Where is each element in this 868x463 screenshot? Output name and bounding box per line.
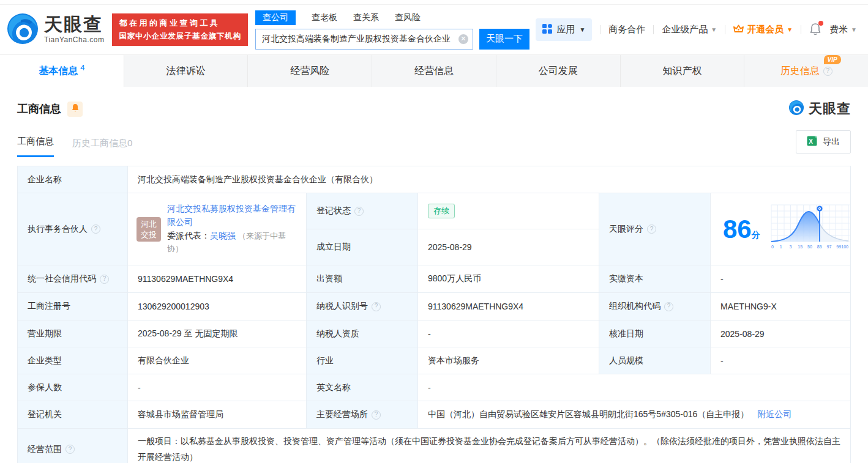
tab-risk-label: 经营风险 bbox=[290, 65, 329, 78]
field-label-business-scope: 经营范围 ? bbox=[18, 429, 128, 463]
subtab-history-business-info[interactable]: 历史工商信息0 bbox=[72, 138, 132, 157]
brand-name: 天眼查 bbox=[44, 15, 104, 34]
svg-text:50: 50 bbox=[807, 245, 812, 249]
chevron-down-icon: ▼ bbox=[851, 26, 857, 33]
partner-company-link[interactable]: 河北交投私募股权投资基金管理有限公司 bbox=[167, 204, 296, 227]
help-icon[interactable]: ? bbox=[354, 207, 364, 216]
tab-operation-risk[interactable]: 经营风险 bbox=[247, 55, 372, 87]
nav-user-menu[interactable]: 费米 ▼ bbox=[829, 24, 857, 35]
search-tab-risk[interactable]: 查风险 bbox=[395, 10, 421, 25]
export-button[interactable]: X 导出 bbox=[796, 130, 851, 154]
brand-logo[interactable]: 天眼查 TianYanCha.com bbox=[6, 12, 104, 48]
search-input[interactable] bbox=[255, 29, 473, 50]
tab-intellectual-property[interactable]: 知识产权 bbox=[620, 55, 744, 87]
company-page-tabs: 基本信息 4 法律诉讼 经营风险 经营信息 公司发展 知识产权 历史信息 ? V… bbox=[0, 54, 868, 87]
field-value-approval-date: 2025-08-29 bbox=[711, 320, 851, 347]
svg-text:1: 1 bbox=[779, 245, 782, 249]
score-value: 86分 bbox=[723, 217, 760, 242]
field-value-tianyan-score: 86分 bbox=[711, 193, 851, 265]
tab-history-info[interactable]: 历史信息 ? VIP bbox=[744, 55, 868, 87]
clear-search-icon[interactable]: ✕ bbox=[458, 34, 468, 44]
partner-company-avatar[interactable]: 河北交投 bbox=[137, 217, 161, 242]
field-value-taxpayer-id: 91130629MAETHNG9X4 bbox=[418, 293, 599, 320]
field-label-taxpayer-id: 纳税人识别号 ? bbox=[307, 293, 418, 320]
divider bbox=[653, 25, 654, 34]
help-icon[interactable]: ? bbox=[664, 302, 673, 311]
search-button[interactable]: 天眼一下 bbox=[479, 29, 529, 50]
field-label-credit-code: 统一社会信用代码 ? bbox=[18, 265, 128, 293]
slogan-line2: 国家中小企业发展子基金旗下机构 bbox=[119, 31, 241, 42]
tab-history-label: 历史信息 bbox=[780, 65, 820, 78]
field-value-taxpayer-quality: - bbox=[418, 320, 599, 347]
address-text: 中国（河北）自由贸易试验区雄安片区容城县明朗北街165号5#305-016（自主… bbox=[428, 409, 749, 420]
field-label-insured-count: 参保人数 bbox=[18, 374, 128, 401]
svg-text:3: 3 bbox=[789, 245, 791, 249]
bell-icon bbox=[71, 103, 80, 115]
nav-enterprise-products[interactable]: 企业级产品 ▼ bbox=[662, 24, 717, 35]
field-label-tianyan-score: 天眼评分 ? bbox=[599, 193, 711, 265]
svg-text:85: 85 bbox=[817, 245, 822, 249]
divider bbox=[801, 25, 801, 34]
svg-text:99: 99 bbox=[836, 245, 841, 249]
svg-text:97: 97 bbox=[826, 245, 831, 249]
nav-open-vip[interactable]: 开通会员 ▼ bbox=[733, 24, 793, 35]
field-value-business-term: 2025-08-29 至 无固定期限 bbox=[128, 320, 307, 347]
tab-development-label: 公司发展 bbox=[539, 65, 578, 78]
tab-operation-info[interactable]: 经营信息 bbox=[372, 55, 496, 87]
enterprise-label: 企业级产品 bbox=[662, 24, 708, 35]
brand-domain: TianYanCha.com bbox=[44, 35, 104, 44]
divider bbox=[600, 25, 600, 34]
tab-basic-info[interactable]: 基本信息 4 bbox=[0, 55, 124, 87]
export-label: 导出 bbox=[823, 136, 840, 147]
search-tabs: 查公司 查老板 查关系 查风险 bbox=[255, 10, 532, 25]
nearby-companies-link[interactable]: 附近公司 bbox=[757, 409, 791, 420]
notifications-button[interactable] bbox=[809, 23, 821, 37]
help-icon[interactable]: ? bbox=[65, 445, 75, 454]
tab-legal-litigation[interactable]: 法律诉讼 bbox=[124, 55, 248, 87]
field-value-industry: 资本市场服务 bbox=[418, 347, 599, 374]
field-value-capital: 9800万人民币 bbox=[418, 265, 599, 293]
field-label-company-type: 企业类型 bbox=[18, 347, 128, 374]
help-icon[interactable]: ? bbox=[100, 275, 109, 284]
field-value-english-name: - bbox=[418, 374, 851, 401]
vip-badge: VIP bbox=[824, 55, 841, 64]
help-icon[interactable]: ? bbox=[91, 224, 100, 234]
representative-label: 委派代表： bbox=[167, 231, 210, 240]
field-value-business-address: 中国（河北）自由贸易试验区雄安片区容城县明朗北街165号5#305-016（自主… bbox=[418, 401, 851, 429]
subtab-business-info[interactable]: 工商信息 bbox=[17, 136, 54, 157]
nav-cooperation[interactable]: 商务合作 bbox=[608, 24, 645, 35]
svg-text:100: 100 bbox=[841, 245, 848, 249]
field-label-business-address: 主要经营场所 ? bbox=[307, 401, 418, 429]
search-tab-boss[interactable]: 查老板 bbox=[312, 10, 337, 25]
tab-basic-label: 基本信息 bbox=[39, 65, 78, 78]
search-tab-relation[interactable]: 查关系 bbox=[353, 10, 379, 25]
watermark-text: 天眼查 bbox=[809, 100, 851, 118]
representative-name-link[interactable]: 吴晓强 bbox=[210, 231, 236, 240]
field-label-english-name: 英文名称 bbox=[307, 374, 418, 401]
field-value-staff-size: - bbox=[711, 347, 851, 374]
field-value-establish-date: 2025-08-29 bbox=[418, 229, 599, 265]
field-value-company-type: 有限合伙企业 bbox=[128, 347, 307, 374]
svg-text:0: 0 bbox=[771, 245, 774, 249]
tianyancha-logo-icon bbox=[6, 12, 39, 48]
field-value-reg-number: 130629200012903 bbox=[128, 293, 307, 320]
subscribe-bell-button[interactable] bbox=[67, 102, 83, 117]
tab-company-development[interactable]: 公司发展 bbox=[496, 55, 620, 87]
help-icon[interactable]: ? bbox=[372, 302, 381, 311]
help-icon[interactable]: ? bbox=[647, 224, 656, 234]
field-label-reg-authority: 登记机关 bbox=[18, 401, 128, 429]
search-tab-company[interactable]: 查公司 bbox=[255, 10, 296, 25]
tianyancha-logo-icon bbox=[788, 100, 804, 118]
watermark: 天眼查 bbox=[788, 100, 851, 118]
help-icon[interactable]: ? bbox=[372, 410, 381, 420]
apps-menu-label: 应用 bbox=[556, 24, 575, 35]
apps-menu-button[interactable]: 应用 ▼ bbox=[536, 18, 592, 41]
tab-operating-label: 经营信息 bbox=[414, 65, 454, 78]
field-label-executive-partner: 执行事务合伙人 ? bbox=[18, 193, 128, 265]
username-label: 费米 bbox=[829, 24, 848, 35]
section-title: 工商信息 bbox=[17, 102, 61, 116]
field-label-establish-date: 成立日期 bbox=[307, 229, 418, 265]
chevron-down-icon: ▼ bbox=[787, 26, 793, 33]
field-value-paid-capital: - bbox=[711, 265, 851, 293]
help-icon[interactable]: ? bbox=[823, 67, 832, 76]
